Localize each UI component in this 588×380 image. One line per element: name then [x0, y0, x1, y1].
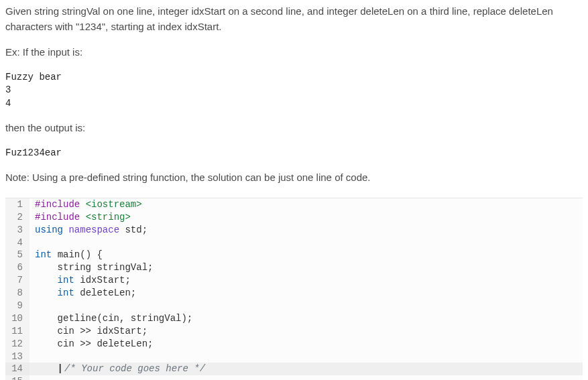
line-number: 2 [5, 211, 30, 224]
code-content[interactable]: using namespace std; [30, 224, 583, 237]
code-line[interactable]: 2#include <string> [5, 211, 583, 224]
code-content[interactable]: cin >> deleteLen; [30, 338, 583, 351]
code-content[interactable]: int idxStart; [30, 274, 583, 287]
output-label: then the output is: [5, 121, 583, 136]
line-number: 7 [5, 274, 30, 287]
problem-statement: Given string stringVal on one line, inte… [5, 4, 583, 186]
code-content[interactable]: getline(cin, stringVal); [30, 312, 583, 325]
line-number: 9 [5, 300, 30, 312]
line-number: 11 [5, 325, 30, 338]
code-line[interactable]: 7 int idxStart; [5, 274, 583, 287]
code-line[interactable]: 3using namespace std; [5, 224, 583, 237]
line-number: 1 [5, 198, 30, 211]
code-content[interactable]: int main() { [30, 249, 583, 261]
line-number: 12 [5, 338, 30, 351]
code-editor[interactable]: 1#include <iostream>2#include <string>3u… [5, 198, 583, 380]
code-content[interactable]: #include <string> [30, 211, 583, 224]
code-line[interactable]: 14 |/* Your code goes here */ [5, 363, 583, 375]
code-content[interactable]: int deleteLen; [30, 287, 583, 300]
example-label: Ex: If the input is: [5, 45, 583, 60]
line-number: 5 [5, 249, 30, 261]
problem-paragraph-1: Given string stringVal on one line, inte… [5, 4, 583, 34]
code-line[interactable]: 5int main() { [5, 249, 583, 261]
code-line[interactable]: 4 [5, 237, 583, 249]
example-input: Fuzzy bear 3 4 [5, 71, 583, 111]
code-line[interactable]: 9 [5, 300, 583, 312]
code-line[interactable]: 13 [5, 351, 583, 363]
code-line[interactable]: 6 string stringVal; [5, 261, 583, 274]
example-input-line: 4 [5, 97, 583, 111]
code-content[interactable] [30, 300, 583, 312]
code-content[interactable]: string stringVal; [30, 261, 583, 274]
problem-note: Note: Using a pre-defined string functio… [5, 170, 583, 186]
code-line[interactable]: 11 cin >> idxStart; [5, 325, 583, 338]
example-input-line: 3 [5, 84, 583, 97]
line-number: 14 [5, 363, 30, 375]
code-line[interactable]: 1#include <iostream> [5, 198, 583, 211]
code-line[interactable]: 8 int deleteLen; [5, 287, 583, 300]
line-number: 6 [5, 261, 30, 274]
code-line[interactable]: 12 cin >> deleteLen; [5, 338, 583, 351]
code-line[interactable]: 10 getline(cin, stringVal); [5, 312, 583, 325]
cursor-caret: | [58, 363, 63, 375]
line-number: 8 [5, 287, 30, 300]
code-line[interactable]: 15 [5, 375, 583, 380]
code-content[interactable]: #include <iostream> [30, 198, 583, 211]
code-content[interactable] [30, 237, 583, 249]
example-output: Fuz1234ear [5, 147, 583, 160]
example-output-line: Fuz1234ear [5, 147, 583, 160]
code-content[interactable]: cin >> idxStart; [30, 325, 583, 338]
code-content[interactable] [30, 351, 583, 363]
example-input-line: Fuzzy bear [5, 71, 583, 84]
code-content[interactable] [30, 375, 583, 380]
code-content[interactable]: |/* Your code goes here */ [30, 363, 583, 375]
line-number: 10 [5, 312, 30, 325]
line-number: 15 [5, 375, 30, 380]
line-number: 3 [5, 224, 30, 237]
line-number: 4 [5, 237, 30, 249]
line-number: 13 [5, 351, 30, 363]
